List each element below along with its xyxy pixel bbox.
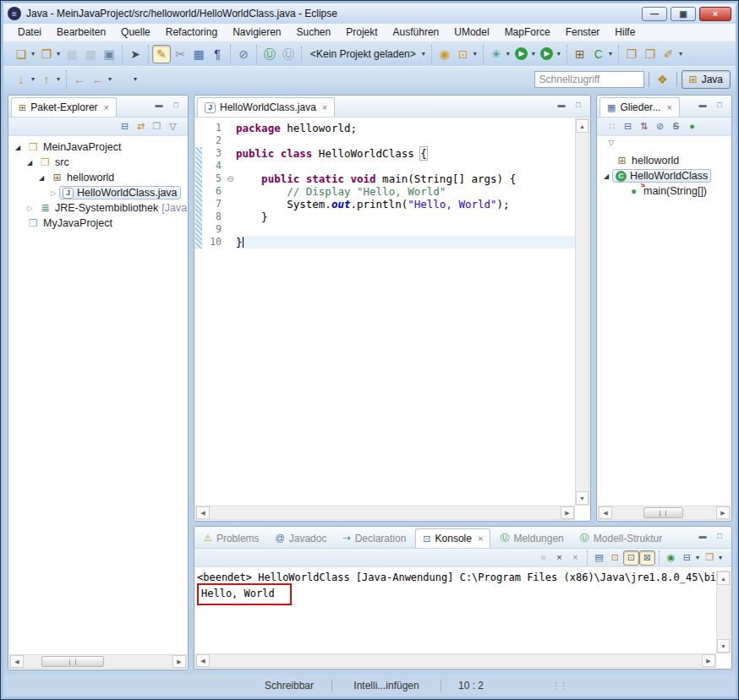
debug-icon[interactable]: ✳ [487,45,506,63]
dropdown-arrow-icon[interactable]: ▾ [31,50,35,57]
java-perspective-button[interactable]: ⊞ Java [682,70,731,89]
dropdown-arrow-icon[interactable]: ▾ [31,75,35,83]
scroll-down-icon[interactable]: ▼ [576,491,588,505]
view-menu-arrow-icon[interactable]: ▽ [604,137,619,149]
scroll-right-icon[interactable]: ▶ [716,506,730,519]
dropdown-arrow-icon[interactable]: ▾ [57,50,60,57]
skip-all-breakpoints-icon[interactable]: ⊘ [234,45,253,63]
tree-item-meinjavaproject[interactable]: ◢❒MeinJavaProject [8,139,188,155]
tab-konsole[interactable]: ⊡Konsole× [415,528,490,548]
minimize-view-icon[interactable]: ▬ [696,530,709,542]
expanded-arrow-icon[interactable]: ◢ [36,174,47,182]
menu-datei[interactable]: Datei [10,25,49,40]
minimize-view-icon[interactable]: ▬ [555,99,568,111]
tree-item-helloworldclass-java[interactable]: ▷JHelloWorldClass.java [8,185,188,200]
new-java-class-icon[interactable]: C [589,45,608,63]
show-stdout-icon[interactable]: ⊡ [623,550,639,566]
status-drag-handle[interactable]: ⋮⋮ [551,681,567,692]
run-icon[interactable]: ▶ [512,45,531,63]
close-icon[interactable]: × [102,102,109,112]
code-line-6[interactable]: 6 // Display "Hello, World" [203,185,575,198]
hide-non-public-icon[interactable]: ● [684,119,700,134]
close-icon[interactable]: × [476,533,483,544]
focus-icon[interactable]: ∷ [604,119,620,134]
expanded-arrow-icon[interactable]: ◢ [12,144,24,151]
quick-access-input[interactable] [534,71,644,88]
menu-ausf-hren[interactable]: Ausführen [386,25,447,40]
dropdown-arrow-icon[interactable]: ▾ [609,50,612,57]
show-table-icon[interactable]: ▦ [189,45,208,63]
open-mapping-icon[interactable]: ❒ [622,45,641,63]
code-line-10[interactable]: 10} [203,236,575,249]
hide-fields-icon[interactable]: ⊘ [652,119,668,134]
code-line-9[interactable]: 9 [203,223,575,236]
scroll-left-icon[interactable]: ◀ [196,506,210,519]
scroll-right-icon[interactable]: ▶ [702,654,715,667]
tree-item-src[interactable]: ◢❒src [8,155,188,170]
menu-suchen[interactable]: Suchen [289,25,339,40]
dropdown-arrow-icon[interactable]: ▾ [108,75,112,83]
format-brush-icon[interactable]: ✐ [660,45,678,63]
title-bar[interactable]: ≡ Java - MeinJavaProject/src/helloworld/… [3,3,736,24]
code-line-8[interactable]: 8 } [203,211,575,223]
code-line-2[interactable]: 2 [203,134,575,147]
expanded-arrow-icon[interactable]: ◢ [24,159,36,167]
tree-item-myjavaproject[interactable]: ❒MyJavaProject [8,216,188,231]
hide-static-icon[interactable]: S [668,119,684,134]
code-editor[interactable]: 1package helloworld;23public class Hello… [195,118,575,506]
code-line-4[interactable]: 4 [203,160,575,172]
menu-bearbeiten[interactable]: Bearbeiten [49,25,113,40]
dropdown-arrow-icon[interactable]: ▾ [506,50,510,57]
previous-annotation-icon[interactable]: ↑ [37,70,56,89]
minimize-view-icon[interactable]: ▬ [696,99,709,111]
horizontal-scrollbar[interactable]: ◀ ▶ [598,506,731,520]
history-icon[interactable]: ⊡ [454,45,473,63]
clear-console-icon[interactable]: ▤ [591,550,607,566]
tab-modell-struktur[interactable]: ⓊModell-Struktur [573,528,669,548]
dropdown-arrow-icon[interactable]: ▾ [696,554,699,561]
tree-item-helloworld[interactable]: ⊞helloworld [597,153,731,168]
mark-occurrences-icon[interactable]: ✎ [152,45,171,63]
new-wizard-icon[interactable]: ❏ [12,45,30,63]
format-icon[interactable]: ✂ [171,45,189,63]
link-with-editor-icon[interactable]: ⇄ [133,119,149,134]
maximize-view-icon[interactable]: □ [713,530,726,542]
menu-umodel[interactable]: UModel [446,25,496,40]
tab-javadoc[interactable]: @Javadoc [269,528,334,548]
pin-console-icon[interactable]: ◉ [663,550,679,566]
umodel-help-icon[interactable]: Ⓤ [260,45,279,63]
close-window-button[interactable]: × [699,7,731,21]
show-stderr-icon[interactable]: ⊠ [639,550,655,566]
dropdown-arrow-icon[interactable]: ▾ [557,50,561,57]
open-console-icon[interactable]: ❒ [702,550,718,566]
generate-code-icon[interactable]: ➤ [126,45,145,63]
vertical-scrollbar[interactable]: ▲ ▼ [575,118,589,506]
dropdown-arrow-icon[interactable]: ▾ [719,554,722,561]
mapforce-sync-icon[interactable]: ◉ [435,45,454,63]
print-icon[interactable]: ▣ [100,45,118,63]
close-icon[interactable]: × [665,102,671,112]
view-menu-icon[interactable]: ❐ [149,119,165,134]
open-perspective-icon[interactable]: ❖ [654,70,672,89]
menu-navigieren[interactable]: Navigieren [225,25,288,40]
scroll-down-icon[interactable]: ▼ [717,639,730,653]
dropdown-arrow-icon[interactable]: ▾ [422,50,425,57]
external-tools-icon[interactable]: ▶ [538,45,556,63]
package-explorer-tab[interactable]: ⊞ Paket-Explorer × [11,97,117,117]
menu-quelle[interactable]: Quelle [113,25,158,40]
tab-problems[interactable]: ⚠Problems [197,528,266,548]
open-folder-icon[interactable]: ❒ [641,45,660,63]
next-annotation-icon[interactable]: ↓ [12,70,30,89]
dropdown-arrow-icon[interactable]: ▾ [474,50,477,57]
code-line-5[interactable]: 5⊖ public static void main(String[] args… [203,172,575,185]
scroll-right-icon[interactable]: ▶ [561,506,574,519]
close-icon[interactable]: × [320,102,327,112]
project-select-dropdown[interactable]: <Kein Projekt geladen> [305,46,421,62]
tree-item-jre-systembibliothek[interactable]: ▷≣JRE-Systembibliothek [JavaS [8,200,188,216]
remove-launch-icon[interactable]: × [551,550,567,566]
console-output-area[interactable]: <beendet> HelloWorldClass [Java-Anwendun… [195,570,716,654]
view-menu-arrow-icon[interactable]: ▽ [165,119,181,134]
back-icon[interactable]: ← [89,70,107,89]
fold-collapse-icon[interactable]: ⊖ [225,172,236,185]
display-console-icon[interactable]: ⊟ [679,550,695,566]
